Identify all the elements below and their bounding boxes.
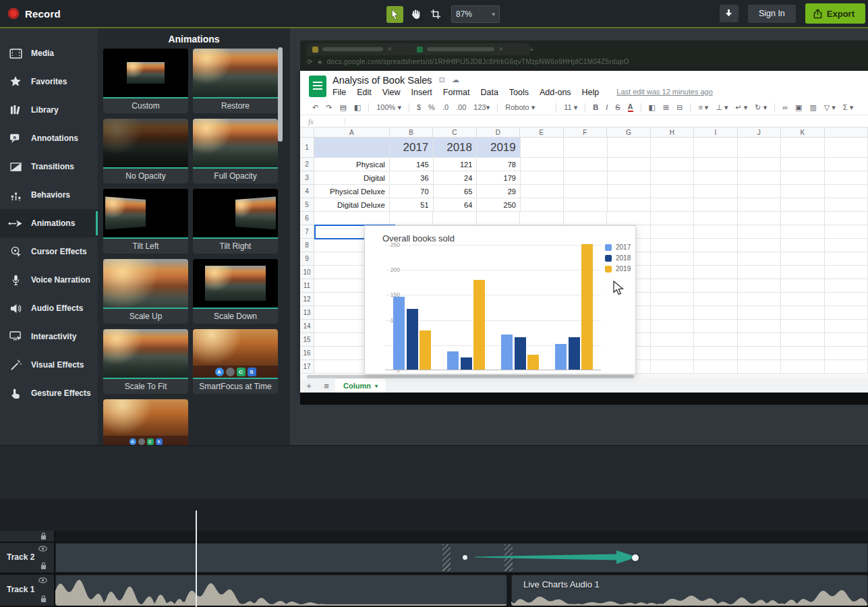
fill-color-icon[interactable]: ◧ bbox=[649, 104, 656, 111]
cell-1[interactable] bbox=[825, 138, 868, 158]
crop-tool-button[interactable] bbox=[427, 6, 444, 23]
hand-tool-button[interactable] bbox=[407, 6, 424, 23]
cell-E2[interactable] bbox=[521, 158, 564, 171]
cell-9[interactable] bbox=[825, 252, 868, 266]
sheets-doc-title[interactable]: Analysis of Book Sales bbox=[332, 75, 432, 86]
animation-thumb-restore[interactable]: Restore bbox=[193, 49, 278, 113]
sidebar-item-gesture-effects[interactable]: Gesture Effects bbox=[0, 379, 98, 407]
cell-D3[interactable]: 179 bbox=[477, 171, 521, 185]
sign-in-button[interactable]: Sign In bbox=[748, 5, 796, 23]
row-header-17[interactable]: 17 bbox=[300, 360, 314, 374]
column-header-[interactable] bbox=[825, 127, 868, 138]
cell-H10[interactable] bbox=[651, 266, 694, 279]
cell-I13[interactable] bbox=[694, 306, 737, 320]
sheet-tab-column[interactable]: Column ▾ bbox=[335, 379, 386, 393]
sidebar-item-media[interactable]: Media bbox=[0, 39, 98, 67]
menu-help[interactable]: Help bbox=[582, 88, 600, 97]
cell-A4[interactable]: Physical Deluxe bbox=[314, 185, 390, 198]
percent-icon[interactable]: % bbox=[428, 104, 435, 111]
track-3-content[interactable] bbox=[55, 531, 868, 542]
sidebar-item-voice-narration[interactable]: Voice Narration bbox=[0, 266, 98, 294]
audio-clip-1[interactable] bbox=[55, 575, 507, 606]
cell-B4[interactable]: 70 bbox=[390, 185, 434, 198]
cell-13[interactable] bbox=[825, 306, 868, 320]
cell-12[interactable] bbox=[825, 293, 868, 306]
cell-E3[interactable] bbox=[521, 171, 564, 185]
cell-A1[interactable] bbox=[314, 138, 390, 158]
cell-A6[interactable] bbox=[314, 212, 390, 225]
vertical-align-icon[interactable]: ⊥ ▾ bbox=[716, 104, 728, 111]
row-header-15[interactable]: 15 bbox=[300, 333, 314, 347]
decimal-increase-icon[interactable]: .00 bbox=[456, 104, 466, 111]
sheet-hscroll-handle[interactable] bbox=[307, 375, 634, 378]
cell-K7[interactable] bbox=[781, 225, 824, 239]
column-header-D[interactable]: D bbox=[477, 127, 520, 138]
redo-icon[interactable]: ↷ bbox=[326, 104, 332, 111]
sidebar-item-library[interactable]: Library bbox=[0, 96, 98, 124]
cell-J6[interactable] bbox=[738, 212, 781, 225]
cell-H13[interactable] bbox=[651, 306, 694, 320]
track-content-track-1[interactable]: Live Charts Audio 1 bbox=[55, 575, 868, 606]
animation-thumb-scale-to-fit[interactable]: Scale To Fit bbox=[103, 329, 188, 394]
cell-2[interactable] bbox=[825, 158, 868, 171]
column-header-G[interactable]: G bbox=[607, 127, 650, 138]
eye-icon[interactable] bbox=[38, 577, 47, 583]
cell-D1[interactable]: 2019 bbox=[477, 138, 521, 158]
row-header-4[interactable]: 4 bbox=[300, 185, 314, 198]
cell-6[interactable] bbox=[825, 212, 868, 225]
column-header-I[interactable]: I bbox=[694, 127, 737, 138]
cell-E6[interactable] bbox=[520, 212, 563, 225]
star-icon[interactable]: ☆ bbox=[425, 75, 432, 84]
font-icon[interactable]: Roboto ▾ bbox=[505, 104, 548, 111]
row-header-10[interactable]: 10 bbox=[300, 266, 314, 279]
animation-thumb-scale-down[interactable]: Scale Down bbox=[193, 259, 278, 324]
chart-card[interactable]: Overall books sold 050100150200250 20172… bbox=[364, 225, 636, 374]
cell-K10[interactable] bbox=[781, 266, 824, 279]
cell-5[interactable] bbox=[825, 198, 868, 212]
cell-H7[interactable] bbox=[651, 225, 694, 239]
cell-G6[interactable] bbox=[607, 212, 650, 225]
cell-C3[interactable]: 24 bbox=[434, 171, 478, 185]
lock-icon[interactable] bbox=[40, 532, 47, 540]
link-icon[interactable]: ∞ bbox=[782, 104, 788, 111]
cell-J13[interactable] bbox=[738, 306, 781, 320]
zoom-icon[interactable]: 100% ▾ bbox=[376, 104, 401, 111]
lock-icon[interactable] bbox=[40, 562, 47, 570]
row-header-8[interactable]: 8 bbox=[300, 239, 314, 252]
sidebar-item-audio-effects[interactable]: Audio Effects bbox=[0, 294, 98, 322]
merge-cells-icon[interactable]: ⊟ bbox=[676, 104, 683, 111]
row-header-16[interactable]: 16 bbox=[300, 347, 314, 360]
animation-thumb-full-opacity[interactable]: Full Opacity bbox=[193, 119, 278, 183]
row-header-7[interactable]: 7 bbox=[300, 225, 314, 239]
sidebar-item-cursor-effects[interactable]: Cursor Effects bbox=[0, 237, 98, 266]
cell-E5[interactable] bbox=[521, 198, 564, 212]
column-header-C[interactable]: C bbox=[433, 127, 476, 138]
align-icon[interactable]: ≡ ▾ bbox=[698, 104, 708, 111]
cell-J17[interactable] bbox=[738, 360, 781, 374]
cell-F4[interactable] bbox=[564, 185, 607, 198]
animation-arrow[interactable] bbox=[473, 550, 639, 565]
cell-16[interactable] bbox=[825, 347, 868, 360]
row-header-5[interactable]: 5 bbox=[300, 198, 314, 212]
insert-chart-icon[interactable]: ▥ bbox=[809, 104, 816, 111]
cell-K8[interactable] bbox=[781, 239, 824, 252]
cell-I8[interactable] bbox=[694, 239, 737, 252]
pointer-tool-button[interactable] bbox=[386, 6, 403, 23]
sidebar-item-visual-effects[interactable]: Visual Effects bbox=[0, 351, 98, 379]
cell-C1[interactable]: 2018 bbox=[433, 138, 477, 158]
functions-icon[interactable]: Σ ▾ bbox=[843, 104, 853, 111]
cell-B1[interactable]: 2017 bbox=[390, 138, 434, 158]
text-color-icon[interactable]: A bbox=[628, 103, 633, 112]
sidebar-item-favorites[interactable]: Favorites bbox=[0, 67, 98, 96]
track-content-track-2[interactable] bbox=[55, 543, 868, 573]
number-format-icon[interactable]: 123▾ bbox=[473, 104, 490, 111]
menu-add-ons[interactable]: Add-ons bbox=[540, 88, 571, 97]
cell-D5[interactable]: 250 bbox=[477, 198, 521, 212]
cell-A3[interactable]: Digital bbox=[314, 171, 390, 185]
cell-K1[interactable] bbox=[781, 138, 824, 158]
cell-K11[interactable] bbox=[781, 279, 824, 293]
formula-bar[interactable]: fx bbox=[300, 115, 868, 127]
cell-K17[interactable] bbox=[781, 360, 824, 374]
cell-D6[interactable] bbox=[477, 212, 520, 225]
cell-H11[interactable] bbox=[651, 279, 694, 293]
